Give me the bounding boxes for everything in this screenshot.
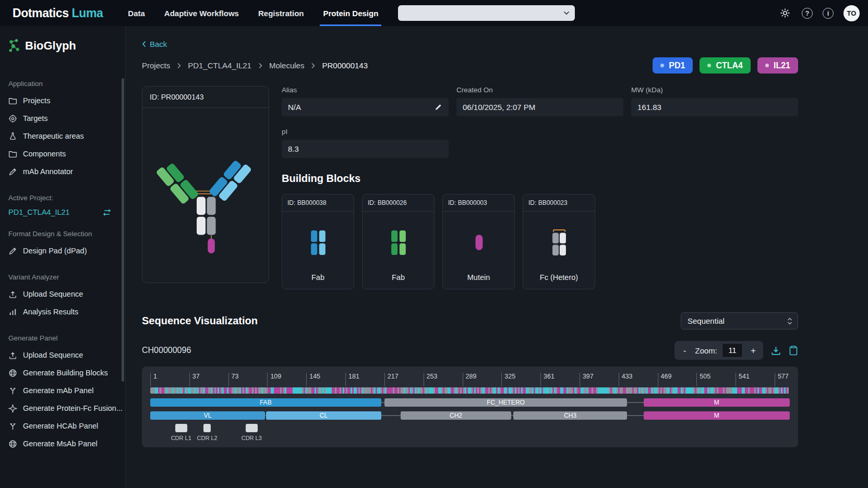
sidebar-item-label: Therapeutic areas — [23, 132, 84, 140]
breadcrumb-item-projects[interactable]: Projects — [142, 61, 170, 70]
building-block-card-id-bb000023[interactable]: ID: BB000023Fc (Hetero) — [523, 194, 595, 289]
badge-pd1[interactable]: PD1 — [653, 57, 693, 74]
sidebar-item-upload-sequence[interactable]: Upload Sequence — [8, 285, 125, 303]
ruler-tick: 325 — [501, 373, 515, 386]
navbar-project-select[interactable] — [398, 5, 575, 21]
building-block-card-id-bb000003[interactable]: ID: BB000003Mutein — [442, 194, 515, 289]
sidebar-item-analysis-results[interactable]: Analysis Results — [8, 303, 125, 321]
sidebar-item-targets[interactable]: Targets — [8, 109, 125, 127]
back-button[interactable]: Back — [142, 40, 167, 48]
pi-value: 8.3 — [288, 144, 299, 153]
clipboard-icon[interactable] — [789, 345, 798, 356]
molecule-icon — [8, 39, 20, 53]
badge-ctla4[interactable]: CTLA4 — [700, 57, 751, 74]
zoom-value[interactable]: 11 — [722, 343, 743, 358]
breadcrumb-separator-icon — [177, 63, 181, 69]
domain-segment-ch3[interactable]: CH3 — [513, 411, 627, 420]
sidebar-item-therapeutic-areas[interactable]: Therapeutic areas — [8, 127, 125, 145]
nav-item-data[interactable]: Data — [128, 0, 145, 26]
nav-item-registration[interactable]: Registration — [258, 0, 304, 26]
sidebar-item-projects[interactable]: Projects — [8, 92, 125, 109]
sidebar-nav: ApplicationProjectsTargetsTherapeutic ar… — [8, 80, 125, 453]
pi-label: pI — [282, 128, 449, 136]
download-icon[interactable] — [770, 345, 781, 356]
sidebar-item-design-pad-dpad[interactable]: Design Pad (dPad) — [8, 242, 125, 260]
nav-item-protein-design[interactable]: Protein Design — [323, 0, 378, 26]
sidebar-item-generate-hcab-panel[interactable]: Generate HCAb Panel — [8, 417, 125, 435]
sidebar-item-label: Generate mAb Panel — [23, 386, 93, 395]
settings-icon[interactable] — [778, 6, 792, 20]
created-on-label: Created On — [456, 86, 623, 94]
edit-alias-button[interactable] — [435, 103, 442, 111]
cdr-box-cdr-l1[interactable] — [175, 424, 187, 432]
domain-segment-vl[interactable]: VL — [150, 411, 265, 420]
domain-segment-m[interactable]: M — [644, 411, 790, 420]
globe-icon — [8, 440, 17, 448]
active-project-link[interactable]: PD1_CTLA4_IL21 — [8, 208, 125, 216]
info-icon[interactable]: i — [823, 8, 834, 19]
help-icon[interactable]: ? — [802, 8, 813, 19]
cdr-label: CDR L3 — [242, 435, 262, 441]
breadcrumb-item-molecules[interactable]: Molecules — [269, 61, 305, 70]
sequence-mosaic[interactable] — [150, 387, 790, 394]
zoom-in-button[interactable]: + — [748, 345, 759, 356]
ruler-tick: 181 — [345, 373, 359, 386]
ruler-tick: 469 — [658, 373, 672, 386]
ruler-tick: 253 — [424, 373, 438, 386]
field-alias: Alias N/A — [282, 86, 449, 116]
sidebar-item-label: Projects — [23, 96, 50, 105]
sequence-tools: - Zoom: 11 + — [674, 341, 798, 360]
sidebar-item-upload-sequence[interactable]: Upload Sequence — [8, 346, 125, 364]
ruler-tick: 145 — [306, 373, 320, 386]
sequence-panel: 1377310914518121725328932536139743346950… — [142, 367, 798, 447]
nav-item-adaptive-workflows[interactable]: Adaptive Workflows — [164, 0, 239, 26]
sidebar-item-generate-building-blocks[interactable]: Generate Building Blocks — [8, 364, 125, 382]
ruler-tick: 73 — [228, 373, 239, 386]
ruler-tick: 397 — [580, 373, 594, 386]
badge-label: CTLA4 — [716, 61, 743, 70]
breadcrumb-item-pd1-ctla4-il21[interactable]: PD1_CTLA4_IL21 — [188, 61, 251, 70]
building-block-card-id-bb000026[interactable]: ID: BB000026Fab — [362, 194, 435, 289]
sidebar-item-components[interactable]: Components — [8, 145, 125, 163]
pen-icon — [8, 167, 17, 176]
building-blocks-heading: Building Blocks — [282, 173, 798, 185]
cdr-box-cdr-l3[interactable] — [246, 424, 258, 432]
chain-id: CH00000096 — [142, 346, 191, 355]
sidebar-item-generate-protein-fc-fusion[interactable]: Generate Protein-Fc Fusion... — [8, 399, 125, 417]
sidebar-item-label: Upload Sequence — [23, 351, 83, 359]
user-avatar[interactable]: TO — [843, 5, 860, 21]
breadcrumb-item-pr00000143[interactable]: PR00000143 — [322, 61, 368, 70]
sidebar-scrollbar[interactable] — [122, 78, 124, 382]
domain-segment-fc-hetero[interactable]: FC_HETERO — [384, 398, 628, 407]
pi-input: 8.3 — [282, 140, 449, 158]
domain-segment-cl[interactable]: CL — [266, 411, 381, 420]
cdr-track: CDR L1CDR L2CDR L3 — [150, 424, 790, 443]
building-block-card-id-bb000038[interactable]: ID: BB000038Fab — [282, 194, 354, 289]
sparkle-icon — [8, 404, 17, 413]
zoom-out-button[interactable]: - — [679, 345, 690, 356]
sidebar-item-label: Components — [23, 150, 66, 158]
building-block-label: Fab — [282, 273, 354, 289]
sidebar-item-generate-mab-panel[interactable]: Generate mAb Panel — [8, 382, 125, 399]
alias-label: Alias — [282, 86, 449, 94]
badge-il21[interactable]: IL21 — [757, 57, 798, 74]
zoom-controls: - Zoom: 11 + — [674, 341, 763, 360]
domain-segment-m[interactable]: M — [644, 398, 790, 407]
breadcrumb-separator-icon — [258, 63, 262, 69]
sidebar-item-generate-msab-panel[interactable]: Generate MsAb Panel — [8, 435, 125, 453]
badge-label: IL21 — [774, 61, 790, 70]
domain-segment-fab[interactable]: FAB — [150, 398, 381, 407]
app-logo[interactable]: DotmaticsLuma — [13, 6, 103, 20]
sidebar-item-label: Generate Building Blocks — [23, 369, 108, 377]
pen-icon — [8, 247, 17, 255]
cdr-box-cdr-l2[interactable] — [203, 424, 211, 432]
folder-icon — [8, 150, 17, 158]
sequence-track-2: VLCLCH2CH3M — [150, 411, 790, 420]
building-blocks-list: ID: BB000038FabID: BB000026FabID: BB0000… — [282, 194, 798, 289]
sidebar-item-mab-annotator[interactable]: mAb Annotator — [8, 163, 125, 180]
target-badges: PD1CTLA4IL21 — [653, 57, 798, 74]
domain-segment-ch2[interactable]: CH2 — [401, 411, 511, 420]
sequence-mode-select[interactable]: Sequential — [681, 312, 798, 330]
alias-input[interactable]: N/A — [282, 98, 449, 116]
sequence-track-1: FABFC_HETEROM — [150, 398, 790, 407]
